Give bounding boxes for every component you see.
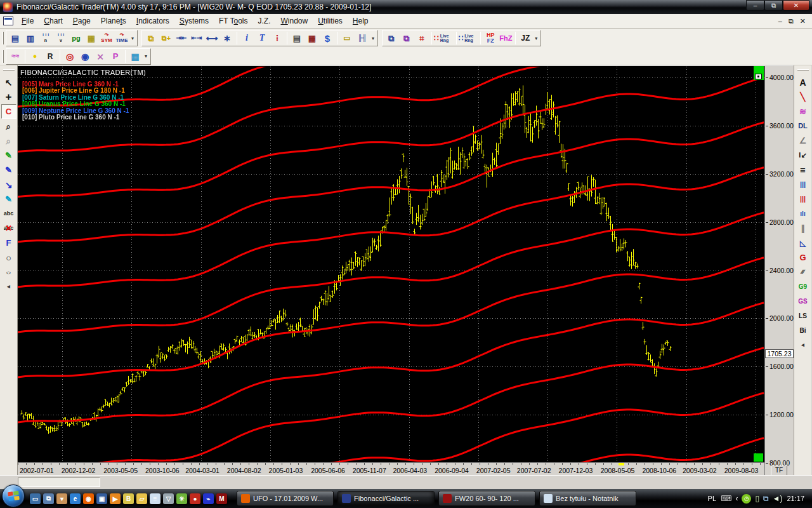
bar-style-icon[interactable]: ╟╢ <box>355 30 370 46</box>
fan-rays-icon[interactable]: ∕∕∕ <box>796 265 811 279</box>
monitor-icon[interactable]: ▣ <box>96 493 107 504</box>
recycle-bin-icon[interactable]: ▽ <box>163 493 174 504</box>
compress-scale-icon[interactable]: ⇥⇤ <box>174 30 189 46</box>
mdi-minimize-button[interactable]: – <box>778 17 782 25</box>
add-page-icon[interactable]: ⧉+ <box>159 30 174 46</box>
window-switcher-icon[interactable]: ⧉ <box>43 493 54 504</box>
pen-green-icon[interactable]: ✎ <box>1 148 16 163</box>
chart-windows2-icon[interactable]: ⧉ <box>399 30 414 46</box>
date-axis[interactable]: 2002-07-012002-12-022003-05-052003-10-06… <box>18 462 764 476</box>
menu-file[interactable]: File <box>16 14 39 28</box>
mdi-close-button[interactable]: ✕ <box>800 17 806 25</box>
menu-planets[interactable]: Planets <box>96 14 131 28</box>
open-page-icon[interactable]: ▥ <box>23 30 38 46</box>
menu-ft-tools[interactable]: FT Tools <box>214 14 253 28</box>
i-arrow-icon[interactable]: I↙ <box>796 148 811 163</box>
jz-icon[interactable]: JZ <box>518 30 533 46</box>
language-indicator[interactable]: PL <box>708 495 716 502</box>
restore-button[interactable]: ⧉ <box>764 0 783 11</box>
periods-grid-icon[interactable]: ▦ <box>128 49 143 64</box>
vertical-lines-blue-icon[interactable]: ||| <box>796 177 811 192</box>
price-chart-canvas[interactable] <box>18 67 764 463</box>
installer-icon[interactable]: ▾ <box>56 493 67 504</box>
text-abc-icon[interactable]: abc <box>1 206 16 221</box>
zoom-document-icon[interactable]: ⌕ <box>1 119 16 133</box>
gann-grid-icon[interactable]: G <box>796 250 811 265</box>
color-grid-icon[interactable]: ⌗ <box>414 30 429 46</box>
magnet-snap-icon[interactable]: C <box>1 104 16 119</box>
planet-wheel-icon[interactable]: ◉ <box>77 49 93 64</box>
print-icon[interactable]: ▤ <box>289 30 304 46</box>
taskbar-window-firefox[interactable]: UFO - 17.01.2009 W... <box>237 491 334 506</box>
power-plug-icon[interactable]: ▯ <box>755 495 759 502</box>
parallel-lines-icon[interactable]: ∥ <box>796 221 811 236</box>
page-icon[interactable]: pg <box>69 30 84 46</box>
squiggle-lines-icon[interactable]: ≈≈ <box>8 49 23 64</box>
ls-tool-icon[interactable]: LS <box>796 309 811 323</box>
trend-lines-icon[interactable]: ╲ <box>796 90 811 104</box>
rail-collapse2-icon[interactable]: ◂ <box>796 338 811 352</box>
time-icon[interactable]: ↷TIME <box>114 30 129 46</box>
folder-icon[interactable]: ▱ <box>136 493 147 504</box>
pen-blue-icon[interactable]: ✎ <box>1 163 16 177</box>
pan-horizontal-icon[interactable]: ⟷ <box>204 30 219 46</box>
dollar-icon[interactable]: $ <box>320 30 335 46</box>
circle-tool-icon[interactable]: ○ <box>1 250 16 265</box>
bird-app-icon[interactable]: ⌁ <box>203 493 214 504</box>
firefox-icon[interactable]: ◉ <box>83 493 94 504</box>
pencil-cyan-icon[interactable]: ✎ <box>1 192 16 206</box>
triangle-tool-icon[interactable]: ◺ <box>796 236 811 250</box>
bullseye-icon[interactable]: ◎ <box>62 49 77 64</box>
gs-tool-icon[interactable]: GS <box>796 294 811 309</box>
expand-scale-icon[interactable]: ⇤⇥ <box>189 30 204 46</box>
media-player-icon[interactable]: ▶ <box>110 493 121 504</box>
notepad-icon[interactable]: ≡ <box>150 493 160 504</box>
toolbar-grip[interactable] <box>2 32 4 44</box>
zoom-document-disabled-icon[interactable]: ⌕ <box>1 133 16 148</box>
chart-window-icon[interactable]: ⧉ <box>384 30 399 46</box>
menu-window[interactable]: Window <box>275 14 313 28</box>
volume-icon[interactable]: ◄) <box>773 495 783 502</box>
horizontal-lines-icon[interactable]: ≡ <box>796 163 811 177</box>
toolbar-grip-2[interactable] <box>2 50 4 63</box>
arrow-line-icon[interactable]: ↘ <box>1 177 16 192</box>
periods-dropdown[interactable]: ▾ <box>143 53 149 59</box>
collapse-chevron-icon[interactable]: ‹ <box>735 495 738 502</box>
bars-number-icon[interactable]: ╵╵╵n <box>38 30 53 46</box>
fibonacci-f-icon[interactable]: F <box>1 236 16 250</box>
close-button[interactable]: ✕ <box>783 0 809 11</box>
menu-page[interactable]: Page <box>68 14 96 28</box>
rail-collapse-icon[interactable]: ◂ <box>1 279 16 294</box>
new-dropdown[interactable]: ▾ <box>129 36 136 41</box>
ms-app-icon[interactable]: M <box>216 493 227 504</box>
angle-lines-icon[interactable]: ∠ <box>796 133 811 148</box>
symbol-icon[interactable]: ↷SYM <box>99 30 114 46</box>
menu-utilities[interactable]: Utilities <box>313 14 348 28</box>
comet-icon[interactable]: ● <box>27 49 43 64</box>
hp-fz-icon[interactable]: HPFZ <box>483 30 498 46</box>
taskbar-window-galactic-trader[interactable]: Fibonacci/Galactic ... <box>337 491 435 506</box>
keyboard-icon[interactable]: ⌨ <box>721 495 731 502</box>
new-page-icon[interactable]: ▤ <box>8 30 23 46</box>
menu-indicators[interactable]: Indicators <box>131 14 174 28</box>
network-icon[interactable]: ⧉ <box>763 495 769 502</box>
price-axis[interactable]: 1705.23 TF 4000.003600.003200.002800.002… <box>764 66 794 476</box>
bi-tool-icon[interactable]: Bi <box>796 323 811 338</box>
jz-dropdown[interactable]: ▾ <box>533 36 539 41</box>
cascade-pages-icon[interactable]: ⧉ <box>143 30 159 46</box>
chart-marker-top[interactable] <box>754 66 764 80</box>
red-app-icon[interactable]: ● <box>190 493 200 504</box>
taskbar-window-notepad[interactable]: Bez tytułu - Notatnik <box>539 491 636 506</box>
rail-grip[interactable] <box>3 69 15 71</box>
angle-text-icon[interactable]: A <box>796 75 811 90</box>
calendar-icon[interactable]: ▦ <box>304 30 320 46</box>
style-dropdown[interactable]: ▾ <box>370 36 376 41</box>
arcs-icon[interactable]: ≋ <box>796 104 811 119</box>
bars-value-icon[interactable]: ╵╵╵v <box>53 30 69 46</box>
traffic-light-icon[interactable]: ⁝ <box>270 30 285 46</box>
quote-window-icon[interactable]: ▦ <box>84 30 99 46</box>
start-button[interactable] <box>2 485 25 507</box>
chart-marker-bottom[interactable] <box>754 453 763 462</box>
ellipse-tool-icon[interactable]: ○ <box>1 265 16 279</box>
menu-j-z-[interactable]: J.Z. <box>252 14 275 28</box>
